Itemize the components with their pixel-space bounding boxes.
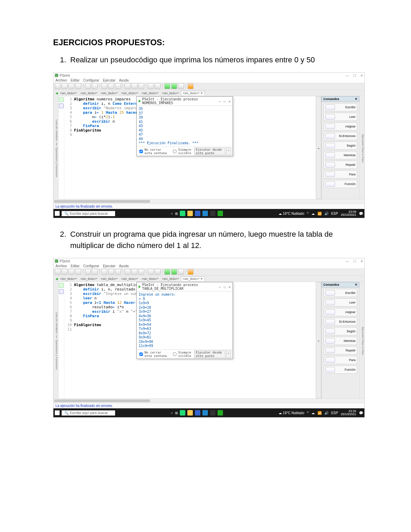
- menu-configurar[interactable]: Configurar: [83, 264, 99, 268]
- store-icon[interactable]: [195, 410, 200, 416]
- editor-tab[interactable]: <sin_titulo>*: [140, 91, 160, 95]
- code-editor[interactable]: 1Algoritmo tabla_de_multiplicar2 definir…: [64, 282, 316, 398]
- start-button-icon[interactable]: [55, 410, 60, 415]
- tool-open-icon[interactable]: [62, 83, 67, 89]
- windows-taskbar[interactable]: 🔍 Escribe aquí para buscar ○ ⊞ ☁ 16°C Nu…: [53, 209, 364, 218]
- maximize-button[interactable]: ☐: [353, 74, 356, 77]
- tray-wifi-icon[interactable]: 📶: [317, 411, 322, 415]
- tool-paste-icon[interactable]: [115, 269, 121, 275]
- out-maximize-button[interactable]: ☐: [224, 285, 226, 289]
- left-gutter-icons[interactable]: [59, 96, 64, 199]
- left-gutter-icons[interactable]: [59, 282, 64, 398]
- chk-no-close[interactable]: No cerrar esta ventana: [138, 351, 169, 358]
- tray-volume-icon[interactable]: 🔊: [324, 411, 328, 415]
- tab-close-icon[interactable]: ✕: [200, 277, 203, 281]
- tool-flow-icon[interactable]: [148, 269, 154, 275]
- ops-icon[interactable]: [59, 289, 64, 294]
- tray-lang[interactable]: ESP: [331, 411, 338, 415]
- command-repetir[interactable]: Repetir: [324, 346, 357, 355]
- start-button-icon[interactable]: [55, 211, 60, 216]
- menu-archivo[interactable]: Archivo: [55, 264, 67, 268]
- minimize-button[interactable]: —: [346, 74, 349, 77]
- horizontal-scrollbar[interactable]: [53, 199, 364, 203]
- menu-configurar[interactable]: Configurar: [83, 78, 99, 82]
- tool-saveas-icon[interactable]: [75, 269, 81, 275]
- left-side-label[interactable]: Lista de Variables ••• Operadores y Func…: [53, 282, 59, 398]
- out-minimize-button[interactable]: —: [219, 285, 221, 289]
- command-según[interactable]: Según: [324, 327, 357, 335]
- editor-tab[interactable]: <sin_titulo>*: [161, 91, 180, 95]
- command-si-entonces[interactable]: Si-Entonces: [324, 318, 357, 326]
- tray-volume-icon[interactable]: 🔊: [324, 212, 328, 215]
- close-button[interactable]: ✕: [360, 74, 363, 77]
- explorer-icon[interactable]: [187, 211, 193, 216]
- out-minimize-button[interactable]: —: [219, 99, 221, 103]
- tool-run-icon[interactable]: [164, 269, 170, 275]
- menu-ayuda[interactable]: Ayuda: [119, 264, 128, 268]
- tool-fix-icon[interactable]: [125, 269, 130, 275]
- right-side-label[interactable]: Ejecución Paso a Paso: [359, 282, 364, 398]
- right-side-label[interactable]: Ejecución Paso a Paso: [359, 96, 364, 199]
- command-según[interactable]: Según: [324, 141, 357, 150]
- tool-find-icon[interactable]: [138, 269, 144, 275]
- editor-tab-active[interactable]: <sin_titulo>* ✕: [181, 276, 205, 281]
- tool-run-icon[interactable]: [164, 83, 170, 89]
- tool-find-icon[interactable]: [138, 83, 144, 89]
- tool-saveas-icon[interactable]: [75, 83, 81, 89]
- menu-archivo[interactable]: Archivo: [55, 78, 67, 82]
- tool-redo-icon[interactable]: [92, 269, 98, 275]
- cortana-icon[interactable]: ○: [171, 411, 173, 415]
- command-escribir[interactable]: Escribir: [324, 103, 357, 111]
- weather-widget[interactable]: ☁ 16°C Nublado: [278, 411, 304, 415]
- tool-cut-icon[interactable]: [101, 83, 107, 89]
- vars-icon[interactable]: [59, 283, 64, 288]
- pseint-icon[interactable]: [217, 410, 223, 416]
- tool-paste-icon[interactable]: [115, 83, 121, 89]
- tool-stop-icon[interactable]: [178, 269, 184, 275]
- menu-ejecutar[interactable]: Ejecutar: [103, 264, 116, 268]
- left-side-label[interactable]: Lista de Variables ••• Operadores y Func…: [53, 96, 59, 199]
- command-para[interactable]: Para: [324, 356, 357, 364]
- ops-icon[interactable]: [59, 103, 64, 108]
- close-button[interactable]: ✕: [360, 259, 363, 263]
- editor-tab[interactable]: <sin_titulo>*: [59, 91, 78, 95]
- windows-taskbar[interactable]: 🔍 Escribe aquí para buscar ○ ⊞ ☁ 16°C Nu…: [53, 408, 364, 417]
- tray-wifi-icon[interactable]: 📶: [317, 212, 322, 215]
- panel-close-icon[interactable]: ✕: [355, 283, 358, 286]
- out-close-button[interactable]: ✕: [228, 99, 231, 103]
- explorer-icon[interactable]: [187, 410, 193, 416]
- chk-always-visible[interactable]: Siempre visible: [172, 148, 194, 155]
- tool-desk-icon[interactable]: [155, 83, 161, 89]
- cortana-icon[interactable]: ○: [171, 212, 173, 215]
- tool-help-icon[interactable]: [188, 269, 194, 275]
- tool-save-icon[interactable]: [68, 83, 74, 89]
- tool-help-icon[interactable]: [188, 83, 194, 89]
- menu-ejecutar[interactable]: Ejecutar: [103, 78, 116, 82]
- maximize-button[interactable]: ☐: [353, 259, 356, 263]
- command-asignar[interactable]: Asignar: [324, 122, 357, 131]
- tab-strip[interactable]: ◀ <sin_titulo>* <sin_titulo>* <sin_titul…: [53, 276, 364, 282]
- panel-close-icon[interactable]: ✕: [355, 97, 358, 101]
- menubar[interactable]: Archivo Editar Configurar Ejecutar Ayuda: [53, 264, 364, 268]
- menu-ayuda[interactable]: Ayuda: [119, 78, 128, 82]
- mail-icon[interactable]: [202, 211, 208, 216]
- tab-prev-icon[interactable]: ◀: [55, 91, 58, 95]
- taskbar-search[interactable]: 🔍 Escribe aquí para buscar: [62, 410, 115, 416]
- command-asignar[interactable]: Asignar: [324, 308, 357, 316]
- command-si-entonces[interactable]: Si-Entonces: [324, 132, 357, 140]
- run-dropdown-button[interactable]: ⌄: [226, 148, 231, 155]
- taskview-icon[interactable]: ⊞: [175, 212, 178, 215]
- command-repetir[interactable]: Repetir: [324, 161, 357, 169]
- tool-undo-icon[interactable]: [85, 269, 91, 275]
- tray-lang[interactable]: ESP: [331, 212, 338, 215]
- editor-tab-active[interactable]: <sin_titulo>* ✕: [181, 91, 205, 95]
- tray-notifications-icon[interactable]: 💬: [359, 212, 363, 215]
- chk-no-close[interactable]: No cerrar esta ventana: [138, 148, 169, 155]
- command-escribir[interactable]: Escribir: [324, 289, 357, 297]
- edge-icon[interactable]: [180, 211, 185, 216]
- editor-tab[interactable]: <sin_titulo>*: [120, 91, 140, 95]
- toolbar[interactable]: [53, 83, 364, 90]
- editor-tab[interactable]: <sin_titulo>*: [79, 91, 99, 95]
- editor-tab[interactable]: <sin_titulo>*: [99, 91, 119, 95]
- vars-icon[interactable]: [59, 97, 64, 102]
